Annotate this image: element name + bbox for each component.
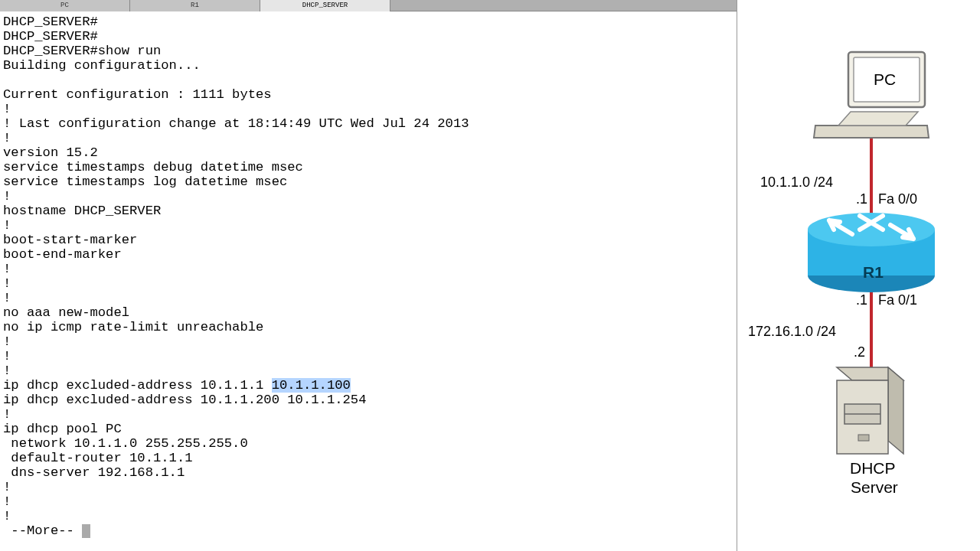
net-bottom-label: 172.16.1.0 /24: [748, 324, 836, 340]
terminal-selection: 10.1.1.100: [272, 378, 351, 393]
net-top-label: 10.1.1.0 /24: [760, 174, 833, 191]
ip-top-label: .1: [856, 191, 867, 207]
terminal-cursor: [82, 524, 90, 538]
svg-marker-5: [838, 112, 918, 126]
server-label-2: Server: [851, 478, 898, 497]
if-bottom-label: Fa 0/1: [878, 292, 917, 308]
svg-marker-4: [814, 126, 929, 138]
terminal-output[interactable]: DHCP_SERVER# DHCP_SERVER# DHCP_SERVER#sh…: [0, 11, 737, 551]
if-top-label: Fa 0/0: [878, 191, 917, 207]
server-label-1: DHCP: [850, 459, 896, 478]
tab-bar: PC R1 DHCP_SERVER: [0, 0, 737, 11]
terminal-text-after: ip dhcp excluded-address 10.1.1.200 10.1…: [3, 393, 366, 538]
topology-diagram: PC R1 10.1.1.0 /24 .1 Fa 0/0 .1 Fa 0/1 1…: [737, 0, 980, 551]
svg-rect-14: [858, 435, 869, 441]
tab-pc[interactable]: PC: [0, 0, 130, 11]
router-label: R1: [863, 263, 884, 282]
terminal-pane: PC R1 DHCP_SERVER DHCP_SERVER# DHCP_SERV…: [0, 0, 737, 551]
ip-server-label: .2: [854, 344, 865, 360]
svg-point-8: [808, 213, 935, 246]
terminal-text-before: DHCP_SERVER# DHCP_SERVER# DHCP_SERVER#sh…: [3, 15, 469, 393]
tab-r1[interactable]: R1: [130, 0, 260, 11]
pc-icon: [814, 52, 929, 138]
tab-dhcp-server[interactable]: DHCP_SERVER: [260, 0, 390, 11]
ip-bottom-label: .1: [856, 292, 867, 308]
server-icon: [837, 367, 903, 454]
svg-marker-10: [888, 367, 903, 454]
pc-label: PC: [874, 70, 896, 89]
